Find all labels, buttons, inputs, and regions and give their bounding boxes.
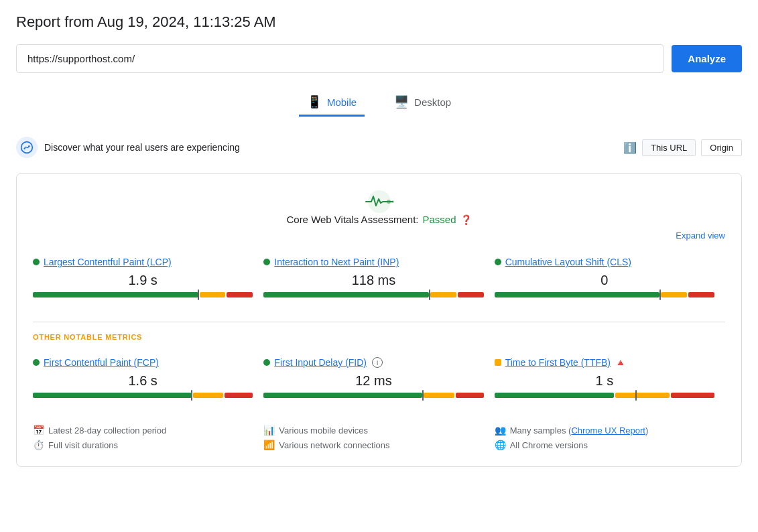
tab-mobile[interactable]: 📱 Mobile <box>299 89 365 117</box>
fcp-status-dot <box>33 359 40 366</box>
devices-icon: 📊 <box>263 425 275 436</box>
footer-col1: 📅 Latest 28-day collection period ⏱️ Ful… <box>33 425 263 450</box>
lcp-status-dot <box>33 259 40 265</box>
chrome-ux-report-link[interactable]: Chrome UX Report <box>571 425 645 436</box>
tab-mobile-label: Mobile <box>327 96 357 108</box>
analyze-button[interactable]: Analyze <box>672 45 742 72</box>
metric-inp-label-row: Interaction to Next Paint (INP) <box>263 257 483 267</box>
lcp-bar-marker <box>198 289 199 300</box>
metric-inp: Interaction to Next Paint (INP) 118 ms <box>263 251 494 308</box>
footer-chrome-versions: All Chrome versions <box>510 440 588 450</box>
calendar-icon: 📅 <box>33 425 44 436</box>
section-divider <box>33 322 725 322</box>
cls-link[interactable]: Cumulative Layout Shift (CLS) <box>505 257 631 267</box>
discover-left: Discover what your real users are experi… <box>16 137 240 158</box>
fcp-link[interactable]: First Contentful Paint (FCP) <box>44 357 159 368</box>
ttfb-progress-bar <box>495 393 714 398</box>
ttfb-status-dot <box>495 359 501 366</box>
lcp-progress-bar <box>33 292 253 297</box>
inp-link[interactable]: Interaction to Next Paint (INP) <box>274 257 399 267</box>
footer-col2-item2: 📶 Various network connections <box>263 440 494 450</box>
metric-fcp: First Contentful Paint (FCP) 1.6 s <box>33 352 263 409</box>
fid-link[interactable]: First Input Delay (FID) <box>274 357 367 368</box>
other-metrics-grid: First Contentful Paint (FCP) 1.6 s First… <box>33 352 725 409</box>
discover-info-icon[interactable]: ℹ️ <box>623 141 637 154</box>
cls-bar-yellow <box>661 292 687 297</box>
inp-bar-green <box>263 292 429 297</box>
metric-lcp-label-row: Largest Contentful Paint (LCP) <box>33 257 253 267</box>
ttfb-warning-icon: 🔺 <box>615 357 626 368</box>
inp-progress-bar <box>263 292 483 297</box>
footer-col2-item1: 📊 Various mobile devices <box>263 425 494 436</box>
fcp-bar-red <box>225 393 253 398</box>
metric-cls: Cumulative Layout Shift (CLS) 0 <box>495 251 725 308</box>
ttfb-value: 1 s <box>495 373 714 389</box>
tab-desktop[interactable]: 🖥️ Desktop <box>386 89 459 117</box>
fid-progress-bar <box>263 393 483 398</box>
lcp-bar-red <box>227 292 253 297</box>
url-input[interactable] <box>16 44 664 73</box>
url-bar: Analyze <box>16 44 742 73</box>
svg-point-4 <box>387 200 391 204</box>
cwv-help-icon[interactable]: ❓ <box>460 214 472 225</box>
cwv-assessment-label: Core Web Vitals Assessment: <box>286 214 418 225</box>
lcp-link[interactable]: Largest Contentful Paint (LCP) <box>44 257 172 267</box>
network-icon: 📶 <box>263 440 275 450</box>
core-metrics-grid: Largest Contentful Paint (LCP) 1.9 s Int… <box>33 251 725 308</box>
ttfb-bar-green <box>495 393 614 398</box>
lcp-bar-green <box>33 292 198 297</box>
lcp-bar-yellow <box>200 292 226 297</box>
fcp-value: 1.6 s <box>33 373 253 389</box>
footer-grid: 📅 Latest 28-day collection period ⏱️ Ful… <box>33 425 725 450</box>
this-url-button[interactable]: This URL <box>642 139 696 156</box>
ttfb-link[interactable]: Time to First Byte (TTFB) <box>505 357 611 368</box>
discover-text: Discover what your real users are experi… <box>44 142 240 153</box>
metric-fcp-label-row: First Contentful Paint (FCP) <box>33 357 253 368</box>
cls-value: 0 <box>495 273 714 288</box>
footer-col1-item2: ⏱️ Full visit durations <box>33 440 263 450</box>
footer-network-connections: Various network connections <box>279 440 389 450</box>
metric-lcp: Largest Contentful Paint (LCP) 1.9 s <box>33 251 263 308</box>
fcp-progress-bar <box>33 393 253 398</box>
footer-col1-item1: 📅 Latest 28-day collection period <box>33 425 263 436</box>
ttfb-bar-marker <box>635 390 637 401</box>
metric-cls-label-row: Cumulative Layout Shift (CLS) <box>495 257 714 267</box>
cwv-pulse-icon <box>359 190 399 214</box>
tabs: 📱 Mobile 🖥️ Desktop <box>16 89 742 117</box>
main-card: Core Web Vitals Assessment: Passed ❓ Exp… <box>16 173 742 467</box>
fid-bar-red <box>456 393 484 398</box>
fid-bar-marker <box>422 390 424 401</box>
cls-bar-marker <box>659 289 661 300</box>
footer-many-samples: Many samples (Chrome UX Report) <box>510 425 649 436</box>
svg-point-1 <box>23 147 25 149</box>
discover-right: ℹ️ This URL Origin <box>623 139 742 156</box>
tab-desktop-label: Desktop <box>414 96 451 108</box>
footer-collection-period: Latest 28-day collection period <box>48 425 166 436</box>
cwv-assessment-result: Passed <box>422 214 456 225</box>
discover-bar: Discover what your real users are experi… <box>16 130 742 165</box>
origin-button[interactable]: Origin <box>701 139 742 156</box>
fid-value: 12 ms <box>263 373 483 389</box>
footer-col2: 📊 Various mobile devices 📶 Various netwo… <box>263 425 494 450</box>
inp-status-dot <box>263 259 270 265</box>
fid-bar-green <box>263 393 422 398</box>
inp-value: 118 ms <box>263 273 483 288</box>
cls-status-dot <box>495 259 501 265</box>
samples-icon: 👥 <box>495 425 506 436</box>
footer-visit-durations: Full visit durations <box>48 440 118 450</box>
mobile-icon: 📱 <box>307 94 322 109</box>
ttfb-bar-red <box>671 393 714 398</box>
timer-icon: ⏱️ <box>33 440 44 450</box>
footer-col3-item1: 👥 Many samples (Chrome UX Report) <box>495 425 725 436</box>
page-title: Report from Aug 19, 2024, 11:13:25 AM <box>16 13 742 31</box>
fid-info-icon[interactable]: i <box>372 357 383 368</box>
svg-point-2 <box>28 145 30 147</box>
fcp-bar-yellow <box>193 393 223 398</box>
inp-bar-yellow <box>430 292 456 297</box>
cls-bar-green <box>495 292 660 297</box>
footer-mobile-devices: Various mobile devices <box>279 425 368 436</box>
footer-col3-item2: 🌐 All Chrome versions <box>495 440 725 450</box>
chrome-icon: 🌐 <box>495 440 506 450</box>
expand-view-link[interactable]: Expand view <box>33 230 725 241</box>
metric-fid: First Input Delay (FID) i 12 ms <box>263 352 494 409</box>
